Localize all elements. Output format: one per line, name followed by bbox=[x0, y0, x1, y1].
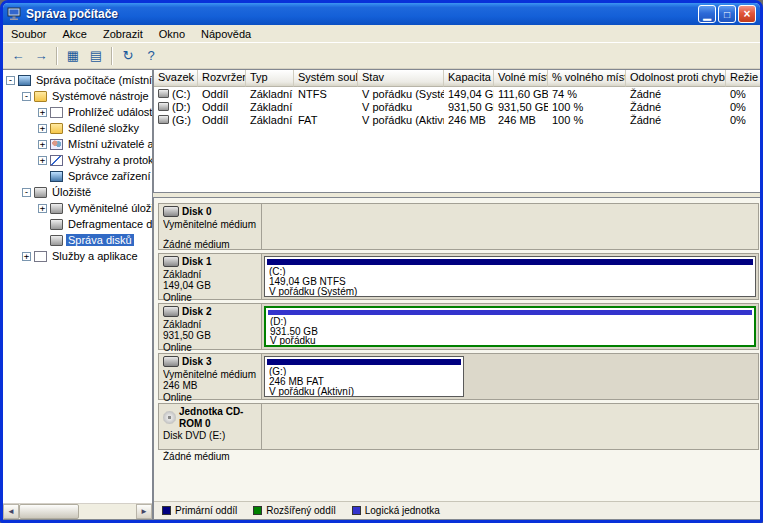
titlebar[interactable]: Správa počítače ▁ □ × bbox=[3, 3, 760, 25]
forward-button[interactable]: → bbox=[30, 46, 52, 66]
partition-color-bar bbox=[267, 259, 753, 265]
volume-cell: Oddíl bbox=[198, 114, 246, 126]
partition-label: (D:) bbox=[266, 316, 754, 326]
close-button[interactable]: × bbox=[738, 5, 756, 23]
menu-napoveda[interactable]: Nápověda bbox=[193, 26, 259, 42]
disk2-track: (D:) 931,50 GB V pořádku bbox=[262, 304, 758, 349]
computer-management-window: Správa počítače ▁ □ × Soubor Akce Zobraz… bbox=[0, 0, 763, 523]
column-header-volne-misto[interactable]: Volné místo bbox=[494, 70, 548, 87]
minimize-button[interactable]: ▁ bbox=[698, 5, 716, 23]
partition-label: (G:) bbox=[265, 366, 463, 376]
expand-icon[interactable]: + bbox=[38, 204, 47, 213]
help-button[interactable]: ? bbox=[140, 46, 162, 66]
back-button[interactable]: ← bbox=[7, 46, 29, 66]
cd-rom-icon bbox=[163, 411, 176, 424]
volume-name: (C:) bbox=[172, 88, 190, 100]
column-header-rozvrzeni[interactable]: Rozvržení bbox=[198, 70, 246, 87]
primary-partition-color-swatch bbox=[162, 506, 171, 515]
tree-item-local-users-groups[interactable]: + Místní uživatelé a skupiny bbox=[3, 136, 152, 152]
column-header-svazek[interactable]: Svazek bbox=[154, 70, 198, 87]
menu-akce[interactable]: Akce bbox=[54, 26, 94, 42]
menu-zobrazit[interactable]: Zobrazit bbox=[95, 26, 151, 42]
collapse-icon[interactable]: - bbox=[22, 188, 31, 197]
tree-item-label: Správce zařízení bbox=[66, 170, 152, 182]
scrollbar-track[interactable] bbox=[19, 504, 136, 519]
tree-item-label: Služby a aplikace bbox=[50, 250, 140, 262]
legend-label: Logická jednotka bbox=[365, 505, 440, 516]
scroll-right-button[interactable]: ► bbox=[136, 504, 152, 519]
menu-soubor[interactable]: Soubor bbox=[3, 26, 54, 42]
tree-item-computer-management[interactable]: - Správa počítače (místní) bbox=[3, 72, 152, 88]
volume-cell: 111,60 GB bbox=[494, 88, 548, 100]
main-content: - Správa počítače (místní) - Systémové n… bbox=[3, 69, 760, 520]
partition-d-logical-in-extended[interactable]: (D:) 931,50 GB V pořádku bbox=[264, 306, 756, 347]
cdrom0-track[interactable] bbox=[262, 404, 758, 449]
properties-button[interactable]: ▤ bbox=[85, 46, 107, 66]
horizontal-scrollbar[interactable]: ◄ ► bbox=[3, 503, 152, 519]
disk1-info[interactable]: Disk 1 Základní 149,04 GB Online bbox=[159, 254, 262, 299]
legend: Primární oddíl Rozšířený oddíl Logická j… bbox=[154, 501, 763, 519]
disk0-info[interactable]: Disk 0 Vyměnitelné médium (F:) Žádné méd… bbox=[159, 204, 262, 249]
tree-item-disk-management[interactable]: Správa disků bbox=[3, 232, 152, 248]
tree-item-device-manager[interactable]: Správce zařízení bbox=[3, 168, 152, 184]
scroll-left-button[interactable]: ◄ bbox=[3, 504, 19, 519]
column-header-pct-volneho-mista[interactable]: % volného místa bbox=[548, 70, 626, 87]
volume-cell: Oddíl bbox=[198, 101, 246, 113]
volume-row-d[interactable]: (D:) Oddíl Základní V pořádku 931,50 GB … bbox=[154, 100, 763, 113]
column-header-typ[interactable]: Typ bbox=[246, 70, 294, 87]
partition-g[interactable]: (G:) 246 MB FAT V pořádku (Aktivní) bbox=[264, 356, 464, 397]
volume-icon bbox=[158, 89, 169, 98]
expand-icon[interactable]: + bbox=[22, 252, 31, 261]
shared-folders-icon bbox=[50, 123, 63, 134]
console-tree: - Správa počítače (místní) - Systémové n… bbox=[3, 70, 152, 503]
maximize-button[interactable]: □ bbox=[718, 5, 736, 23]
tree-item-services-applications[interactable]: + Služby a aplikace bbox=[3, 248, 152, 264]
tree-item-removable-storage[interactable]: + Vyměnitelné úložiště bbox=[3, 200, 152, 216]
collapse-icon[interactable]: - bbox=[22, 92, 31, 101]
column-header-stav[interactable]: Stav bbox=[358, 70, 444, 87]
tree-item-label: Sdílené složky bbox=[66, 122, 141, 134]
disk-type: Základní bbox=[163, 269, 257, 281]
volume-cell: 74 % bbox=[548, 88, 626, 100]
tree-item-disk-defragmenter[interactable]: Defragmentace disku bbox=[3, 216, 152, 232]
tree-item-event-viewer[interactable]: + Prohlížeč událostí bbox=[3, 104, 152, 120]
refresh-button[interactable]: ↻ bbox=[117, 46, 139, 66]
disk-size: 246 MB bbox=[163, 380, 257, 392]
volume-row-c[interactable]: (C:) Oddíl Základní NTFS V pořádku (Syst… bbox=[154, 87, 763, 100]
volume-cell: 100 % bbox=[548, 101, 626, 113]
column-header-system-souboru[interactable]: Systém souborů bbox=[294, 70, 358, 87]
column-header-kapacita[interactable]: Kapacita bbox=[444, 70, 494, 87]
legend-label: Primární oddíl bbox=[175, 505, 237, 516]
show-hide-tree-button[interactable]: ▦ bbox=[62, 46, 84, 66]
disk-row-disk2: Disk 2 Základní 931,50 GB Online (D:) 93… bbox=[158, 303, 759, 350]
volume-cell: 931,50 GB bbox=[444, 101, 494, 113]
volume-cell: V pořádku (Aktivní) bbox=[358, 114, 444, 126]
partition-c[interactable]: (C:) 149,04 GB NTFS V pořádku (Systém) bbox=[264, 256, 756, 297]
disk0-track[interactable] bbox=[262, 204, 758, 249]
disk2-info[interactable]: Disk 2 Základní 931,50 GB Online bbox=[159, 304, 262, 349]
column-header-rezie[interactable]: Režie bbox=[726, 70, 763, 87]
volume-row-g[interactable]: (G:) Oddíl Základní FAT V pořádku (Aktiv… bbox=[154, 113, 763, 126]
cdrom0-info[interactable]: Jednotka CD-ROM 0 Disk DVD (E:) Žádné mé… bbox=[159, 404, 262, 449]
scrollbar-thumb[interactable] bbox=[19, 504, 79, 519]
volume-cell: Žádné bbox=[626, 88, 726, 100]
expand-icon[interactable]: + bbox=[38, 140, 47, 149]
tree-item-system-tools[interactable]: - Systémové nástroje bbox=[3, 88, 152, 104]
toolbar-separator bbox=[56, 47, 58, 65]
expand-icon[interactable]: + bbox=[38, 108, 47, 117]
disk-type: Vyměnitelné médium (F:) bbox=[163, 219, 257, 231]
column-header-odolnost[interactable]: Odolnost proti chybám bbox=[626, 70, 726, 87]
expand-icon[interactable]: + bbox=[38, 156, 47, 165]
legend-logical-drive: Logická jednotka bbox=[352, 505, 440, 516]
tree-item-shared-folders[interactable]: + Sdílené složky bbox=[3, 120, 152, 136]
tree-item-label: Prohlížeč událostí bbox=[66, 106, 152, 118]
expand-icon[interactable]: + bbox=[38, 124, 47, 133]
menu-okno[interactable]: Okno bbox=[151, 26, 193, 42]
collapse-icon[interactable]: - bbox=[6, 76, 15, 85]
disk3-info[interactable]: Disk 3 Vyměnitelné médium 246 MB Online bbox=[159, 354, 262, 399]
tree-item-storage[interactable]: - Úložiště bbox=[3, 184, 152, 200]
partition-status: V pořádku bbox=[266, 335, 754, 345]
tree-item-performance-logs[interactable]: + Výstrahy a protokolování vý bbox=[3, 152, 152, 168]
volume-list: Svazek Rozvržení Typ Systém souborů Stav… bbox=[153, 69, 763, 193]
tree-item-label: Správa počítače (místní) bbox=[34, 74, 152, 86]
